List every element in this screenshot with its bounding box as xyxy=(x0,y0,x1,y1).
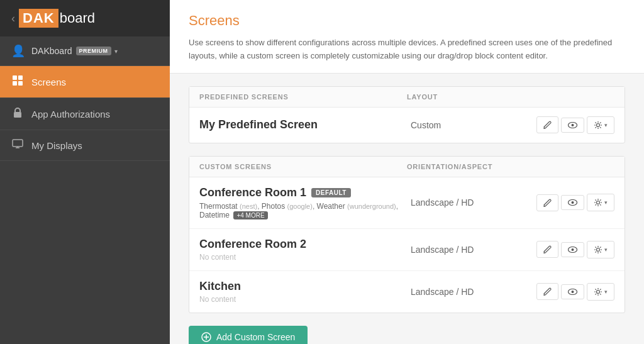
custom-screen-1-info: Conference Room 1 DEFAULT Thermostat (ne… xyxy=(199,186,411,219)
eye-icon xyxy=(568,247,577,253)
predefined-edit-button[interactable] xyxy=(536,116,558,133)
custom-screen-1-name: Conference Room 1 DEFAULT xyxy=(199,186,411,199)
user-icon: 👤 xyxy=(11,44,25,58)
svg-point-14 xyxy=(597,248,600,251)
svg-point-11 xyxy=(597,201,600,204)
sidebar-item-my-displays[interactable]: My Displays xyxy=(0,130,170,161)
page-title: Screens xyxy=(189,13,625,29)
custom-screen-3-gear-button[interactable]: ▾ xyxy=(587,283,614,301)
custom-screen-3-actions: ▾ xyxy=(536,283,614,301)
custom-screen-2-actions: ▾ xyxy=(536,241,614,258)
default-badge: DEFAULT xyxy=(311,188,351,197)
custom-screen-3-edit-button[interactable] xyxy=(536,283,558,300)
display-icon xyxy=(11,139,24,152)
eye-icon xyxy=(568,122,577,128)
svg-point-7 xyxy=(572,124,574,126)
page-description: Use screens to show different configurat… xyxy=(189,36,625,63)
gear-icon xyxy=(594,121,602,130)
svg-rect-3 xyxy=(18,81,23,86)
svg-rect-4 xyxy=(14,112,21,118)
svg-point-8 xyxy=(597,123,600,126)
custom-orientation-col-label: ORIENTATION/ASPECT xyxy=(407,163,533,170)
custom-screen-2-name: Conference Room 2 xyxy=(199,238,411,251)
predefined-screen-layout: Custom xyxy=(411,120,536,130)
user-name: DAKboard xyxy=(31,46,72,56)
predefined-layout-col-label: LAYOUT xyxy=(407,93,533,101)
user-area[interactable]: 👤 DAKboard PREMIUM ▾ xyxy=(0,36,170,66)
custom-screen-1-layout: Landscape / HD xyxy=(411,197,536,208)
lock-icon xyxy=(11,107,24,121)
predefined-screen-row: My Predefined Screen Custom xyxy=(189,108,625,143)
svg-point-10 xyxy=(572,201,574,204)
custom-screen-row-1: Conference Room 1 DEFAULT Thermostat (ne… xyxy=(189,177,625,229)
svg-rect-0 xyxy=(13,75,17,80)
predefined-screen-name: My Predefined Screen xyxy=(199,118,411,131)
edit-icon xyxy=(543,199,552,207)
screens-icon xyxy=(11,75,24,89)
gear-dropdown-arrow: ▾ xyxy=(604,199,608,206)
dropdown-arrow-icon[interactable]: ▾ xyxy=(114,48,118,55)
custom-screen-3-name: Kitchen xyxy=(199,280,411,293)
custom-screen-3-view-button[interactable] xyxy=(561,284,584,299)
premium-badge: PREMIUM xyxy=(76,47,111,55)
predefined-gear-button[interactable]: ▾ xyxy=(587,116,614,134)
custom-screen-1-apps: Thermostat (nest), Photos (google), Weat… xyxy=(199,202,411,219)
gear-dropdown-arrow: ▾ xyxy=(604,289,608,295)
custom-screen-2-no-content: No content xyxy=(199,253,411,262)
svg-point-16 xyxy=(572,291,574,293)
sidebar: ‹ DAK board 👤 DAKboard PREMIUM ▾ Screens xyxy=(0,0,170,344)
custom-screen-2-gear-button[interactable]: ▾ xyxy=(587,241,614,258)
custom-screens-col-label: CUSTOM SCREENS xyxy=(199,163,407,170)
gear-icon xyxy=(594,287,602,296)
custom-screen-2-edit-button[interactable] xyxy=(536,241,558,258)
svg-rect-2 xyxy=(13,81,17,86)
custom-screen-3-no-content: No content xyxy=(199,295,411,304)
custom-screen-2-info: Conference Room 2 No content xyxy=(199,238,411,262)
predefined-screen-info: My Predefined Screen xyxy=(199,118,411,131)
custom-screen-2-view-button[interactable] xyxy=(561,242,584,257)
add-custom-screen-button[interactable]: Add Custom Screen xyxy=(189,326,308,344)
main-content: PREDEFINED SCREENS LAYOUT My Predefined … xyxy=(170,74,644,344)
custom-screen-2-layout: Landscape / HD xyxy=(411,245,536,255)
custom-screen-3-layout: Landscape / HD xyxy=(411,287,536,297)
predefined-screens-section: PREDEFINED SCREENS LAYOUT My Predefined … xyxy=(189,86,625,143)
gear-dropdown-arrow: ▾ xyxy=(604,247,608,253)
more-badge: +4 MORE xyxy=(233,211,267,219)
sidebar-item-app-authorizations[interactable]: App Authorizations xyxy=(0,98,170,130)
predefined-view-button[interactable] xyxy=(561,118,584,133)
gear-dropdown-arrow: ▾ xyxy=(604,122,608,128)
svg-point-13 xyxy=(572,248,574,251)
predefined-screen-actions: ▾ xyxy=(536,116,614,134)
logo-area: ‹ DAK board xyxy=(0,0,170,36)
edit-icon xyxy=(543,287,552,296)
edit-icon xyxy=(543,245,552,253)
eye-icon xyxy=(568,289,577,295)
edit-icon xyxy=(543,121,552,129)
plus-circle-icon xyxy=(201,332,211,342)
main-header: Screens Use screens to show different co… xyxy=(170,0,644,74)
back-arrow-icon[interactable]: ‹ xyxy=(11,12,15,25)
custom-screen-row-3: Kitchen No content Landscape / HD xyxy=(189,271,625,313)
custom-screen-1-edit-button[interactable] xyxy=(536,194,558,211)
custom-screen-1-actions: ▾ xyxy=(536,194,614,211)
logo-dak: DAK xyxy=(19,9,58,28)
eye-icon xyxy=(568,199,577,206)
svg-rect-5 xyxy=(13,140,23,147)
predefined-screens-header: PREDEFINED SCREENS LAYOUT xyxy=(189,87,625,108)
custom-screens-section: CUSTOM SCREENS ORIENTATION/ASPECT Confer… xyxy=(189,156,625,313)
sidebar-item-screens-label: Screens xyxy=(31,77,66,87)
sidebar-item-screens[interactable]: Screens xyxy=(0,66,170,98)
main-content-area: Screens Use screens to show different co… xyxy=(170,0,644,344)
svg-rect-1 xyxy=(18,75,23,80)
custom-screen-3-info: Kitchen No content xyxy=(199,280,411,304)
svg-point-17 xyxy=(597,290,600,293)
custom-screen-1-view-button[interactable] xyxy=(561,195,584,210)
gear-icon xyxy=(594,198,602,207)
custom-screens-header: CUSTOM SCREENS ORIENTATION/ASPECT xyxy=(189,157,625,177)
custom-screen-1-gear-button[interactable]: ▾ xyxy=(587,194,614,211)
logo: DAK board xyxy=(19,9,95,28)
logo-board: board xyxy=(60,10,95,26)
sidebar-item-my-displays-label: My Displays xyxy=(31,140,82,151)
sidebar-item-app-authorizations-label: App Authorizations xyxy=(31,109,110,119)
predefined-screens-col-label: PREDEFINED SCREENS xyxy=(199,93,407,101)
